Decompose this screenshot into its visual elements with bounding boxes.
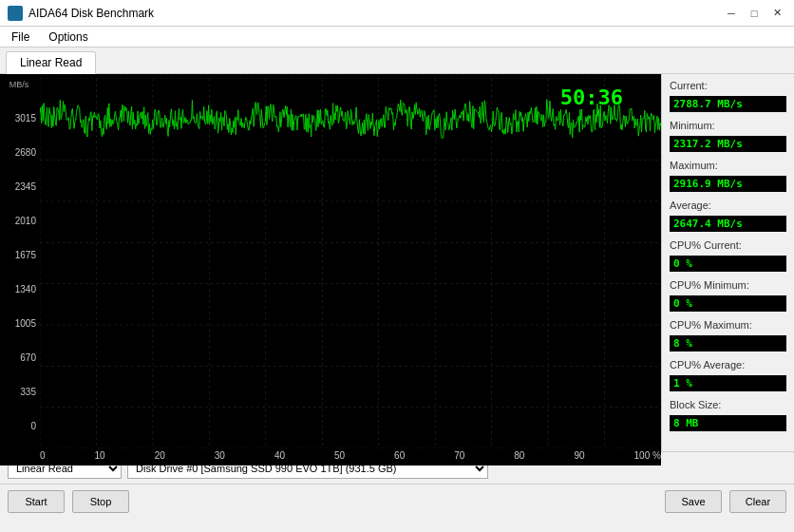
cpu-average-value: 1 % <box>670 375 786 391</box>
mb-label: MB/s <box>2 80 36 89</box>
x-axis: 0 10 20 30 40 50 60 70 80 90 100 % <box>0 448 661 466</box>
x-10: 10 <box>95 450 105 464</box>
y-0: 0 <box>2 421 36 431</box>
y-axis: MB/s 3015 2680 2345 2010 1675 1340 1005 … <box>0 78 40 448</box>
menu-options[interactable]: Options <box>41 28 95 46</box>
tab-bar: Linear Read <box>0 48 794 74</box>
x-100: 100 % <box>634 450 661 464</box>
x-40: 40 <box>274 450 285 464</box>
y-2680: 2680 <box>2 147 36 158</box>
cpu-current-value: 0 % <box>670 256 786 272</box>
chart-wrapper: MB/s 3015 2680 2345 2010 1675 1340 1005 … <box>0 78 661 448</box>
cpu-minimum-label: CPU% Minimum: <box>670 279 786 291</box>
y-1005: 1005 <box>2 318 36 329</box>
y-2345: 2345 <box>2 181 36 192</box>
y-1340: 1340 <box>2 284 36 294</box>
x-0: 0 <box>40 450 46 464</box>
maximum-value: 2916.9 MB/s <box>670 176 786 192</box>
current-label: Current: <box>670 80 786 91</box>
block-size-label: Block Size: <box>670 399 786 410</box>
tab-linear-read[interactable]: Linear Read <box>6 51 96 74</box>
y-3015: 3015 <box>2 113 36 124</box>
average-label: Average: <box>670 200 786 211</box>
x-90: 90 <box>574 450 584 464</box>
average-value: 2647.4 MB/s <box>670 216 786 232</box>
cpu-average-label: CPU% Average: <box>670 359 786 370</box>
maximum-label: Maximum: <box>670 160 786 171</box>
x-60: 60 <box>394 450 405 464</box>
minimum-value: 2317.2 MB/s <box>670 136 786 152</box>
app-icon <box>8 6 23 21</box>
main-content: MB/s 3015 2680 2345 2010 1675 1340 1005 … <box>0 74 794 451</box>
cpu-maximum-value: 8 % <box>670 335 786 352</box>
save-button[interactable]: Save <box>665 490 722 513</box>
menu-file[interactable]: File <box>4 28 37 46</box>
y-670: 670 <box>2 352 36 363</box>
x-20: 20 <box>155 450 165 464</box>
stats-sidebar: Current: 2788.7 MB/s Minimum: 2317.2 MB/… <box>661 74 794 451</box>
menu-bar: File Options <box>0 27 794 48</box>
x-70: 70 <box>454 450 464 464</box>
current-value: 2788.7 MB/s <box>670 96 786 112</box>
title-bar: AIDA64 Disk Benchmark ─ □ ✕ <box>0 0 794 27</box>
start-button[interactable]: Start <box>8 490 65 513</box>
stop-button[interactable]: Stop <box>72 490 129 513</box>
cpu-minimum-value: 0 % <box>670 295 786 312</box>
block-size-value: 8 MB <box>670 415 786 431</box>
x-30: 30 <box>215 450 225 464</box>
title-bar-left: AIDA64 Disk Benchmark <box>8 6 154 21</box>
close-button[interactable]: ✕ <box>767 5 786 22</box>
action-bar: Start Stop Save Clear <box>0 484 794 518</box>
y-335: 335 <box>2 387 36 397</box>
y-1675: 1675 <box>2 250 36 260</box>
clear-button[interactable]: Clear <box>729 490 786 513</box>
timer-display: 50:36 <box>560 86 623 109</box>
title-bar-controls: ─ □ ✕ <box>722 5 786 22</box>
chart-area: MB/s 3015 2680 2345 2010 1675 1340 1005 … <box>0 74 661 451</box>
y-2010: 2010 <box>2 216 36 226</box>
x-50: 50 <box>334 450 345 464</box>
chart-canvas <box>40 78 661 448</box>
window-title: AIDA64 Disk Benchmark <box>28 7 154 20</box>
cpu-maximum-label: CPU% Maximum: <box>670 319 786 331</box>
x-80: 80 <box>514 450 524 464</box>
chart-canvas-container: 50:36 <box>40 78 661 448</box>
minimize-button[interactable]: ─ <box>722 5 741 22</box>
minimum-label: Minimum: <box>670 120 786 131</box>
maximize-button[interactable]: □ <box>745 5 764 22</box>
cpu-current-label: CPU% Current: <box>670 239 786 251</box>
